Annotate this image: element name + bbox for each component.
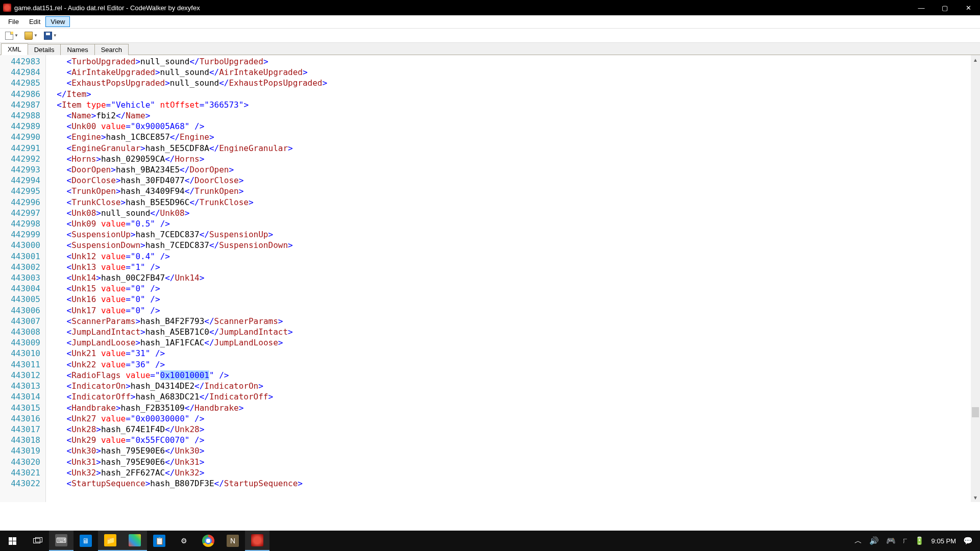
vertical-scrollbar[interactable]: ▲ ▼	[971, 55, 980, 502]
task-view-button[interactable]	[24, 531, 49, 551]
volume-icon[interactable]: 🔊	[869, 536, 879, 545]
battery-icon[interactable]: 🔋	[915, 536, 924, 545]
taskbar-file-explorer[interactable]: 📁	[98, 531, 122, 551]
titlebar: game.dat151.rel - Audio dat.rel Editor -…	[0, 0, 980, 15]
taskbar-chrome[interactable]	[196, 531, 220, 551]
taskbar-codewalker[interactable]	[245, 531, 270, 551]
window-title: game.dat151.rel - Audio dat.rel Editor -…	[14, 4, 910, 12]
minimize-button[interactable]: —	[910, 0, 933, 15]
tab-search[interactable]: Search	[94, 44, 129, 55]
maximize-button[interactable]: ▢	[933, 0, 957, 15]
taskbar-app-5[interactable]: 📋	[147, 531, 172, 551]
scroll-up-button[interactable]: ▲	[971, 55, 980, 64]
open-file-button[interactable]: ▼	[22, 31, 40, 41]
new-file-icon	[5, 32, 13, 40]
clock[interactable]: 9:05 PM	[932, 537, 956, 545]
editor-footer	[0, 502, 980, 531]
menu-view[interactable]: View	[45, 16, 70, 27]
open-file-icon	[24, 32, 33, 40]
tab-xml[interactable]: XML	[1, 43, 28, 55]
taskbar-notepad[interactable]: N	[220, 531, 245, 551]
save-file-icon	[44, 32, 52, 40]
tabbar: XML Details Names Search	[0, 43, 980, 55]
editor: 442983 442984 442985 442986 442987 44298…	[0, 55, 980, 502]
app-icon	[3, 4, 11, 12]
scroll-down-button[interactable]: ▼	[971, 493, 980, 502]
taskbar-app-4[interactable]	[122, 531, 147, 551]
scroll-thumb[interactable]	[972, 407, 979, 417]
notifications-icon[interactable]: 💬	[963, 536, 973, 545]
code-area[interactable]: <TurboUpgraded>null_sound</TurboUpgraded…	[46, 55, 971, 502]
gamebar-icon[interactable]: 🎮	[886, 536, 896, 545]
new-file-button[interactable]: ▼	[3, 31, 20, 41]
menu-file[interactable]: File	[3, 16, 24, 27]
line-gutter: 442983 442984 442985 442986 442987 44298…	[2, 55, 46, 502]
toolbar: ▼ ▼ ▼	[0, 29, 980, 43]
start-button[interactable]	[0, 531, 24, 551]
taskbar-settings[interactable]: ⚙	[172, 531, 196, 551]
taskbar: ⌨ 🖥 📁 📋 ⚙ N ︿ 🔊 🎮 ⟌ 🔋 9:05 PM 💬	[0, 531, 980, 551]
taskbar-app-2[interactable]: 🖥	[74, 531, 98, 551]
close-button[interactable]: ✕	[957, 0, 980, 15]
tab-details[interactable]: Details	[28, 44, 61, 55]
save-file-button[interactable]: ▼	[42, 31, 59, 41]
menubar: File Edit View	[0, 15, 980, 29]
tray-chevron-icon[interactable]: ︿	[854, 536, 862, 546]
menu-edit[interactable]: Edit	[24, 16, 45, 27]
tab-names[interactable]: Names	[60, 44, 94, 55]
scroll-track[interactable]	[971, 64, 980, 493]
wifi-icon[interactable]: ⟌	[903, 537, 908, 545]
taskbar-app-1[interactable]: ⌨	[49, 531, 74, 551]
system-tray: ︿ 🔊 🎮 ⟌ 🔋 9:05 PM 💬	[847, 536, 980, 546]
